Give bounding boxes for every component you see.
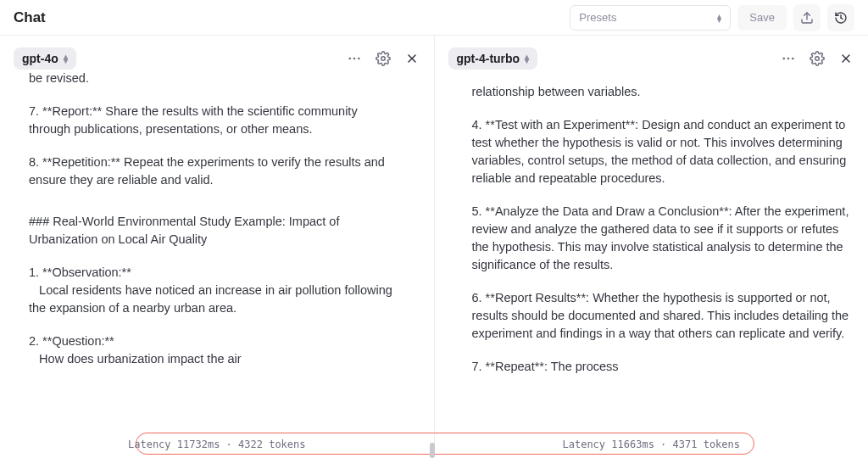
chevron-up-down-icon: ▴▾ xyxy=(64,54,68,63)
svg-point-9 xyxy=(782,58,785,60)
text-line: be revised. xyxy=(29,70,393,87)
text-line: How does urbanization impact the air xyxy=(29,350,393,368)
model-label: gpt-4-turbo xyxy=(457,52,520,65)
svg-line-2 xyxy=(841,18,843,19)
svg-point-4 xyxy=(353,58,355,60)
model-label: gpt-4o xyxy=(22,52,58,65)
right-pane-header: gpt-4-turbo ▴▾ xyxy=(448,47,855,70)
right-metrics: Latency 11663ms · 4371 tokens xyxy=(562,438,740,450)
chevron-up-down-icon: ▴▾ xyxy=(525,54,529,63)
svg-point-6 xyxy=(381,57,385,61)
history-button[interactable] xyxy=(827,4,854,31)
right-response-body: relationship between variables. 4. **Tes… xyxy=(435,36,869,422)
presets-placeholder: Presets xyxy=(579,11,616,24)
close-icon xyxy=(405,52,419,65)
svg-point-10 xyxy=(787,58,790,60)
history-icon xyxy=(834,11,848,25)
model-select-right[interactable]: gpt-4-turbo ▴▾ xyxy=(448,47,538,70)
close-pane-button[interactable] xyxy=(403,50,420,67)
compare-panes: gpt-4o ▴▾ be revised. 7. **Report:** Sha… xyxy=(0,36,868,431)
settings-button[interactable] xyxy=(809,50,826,67)
page-title: Chat xyxy=(14,9,46,26)
svg-point-11 xyxy=(792,58,794,60)
text-line: 4. **Test with an Experiment**: Design a… xyxy=(472,116,850,187)
close-pane-button[interactable] xyxy=(837,50,854,67)
ellipsis-icon xyxy=(781,51,796,66)
chevron-up-down-icon: ▴▾ xyxy=(717,14,721,22)
right-pane: gpt-4-turbo ▴▾ relationship between vari… xyxy=(434,36,869,431)
upload-icon xyxy=(800,11,814,25)
more-button[interactable] xyxy=(346,50,363,67)
more-button[interactable] xyxy=(780,50,797,67)
left-metrics: Latency 11732ms · 4322 tokens xyxy=(128,438,306,450)
presets-select[interactable]: Presets ▴▾ xyxy=(570,5,731,31)
svg-point-3 xyxy=(348,58,351,60)
app-header: Chat Presets ▴▾ Save xyxy=(0,0,868,36)
gear-icon xyxy=(810,51,825,66)
left-pane: gpt-4o ▴▾ be revised. 7. **Report:** Sha… xyxy=(0,36,434,431)
gear-icon xyxy=(376,51,391,66)
text-line: 8. **Repetition:** Repeat the experiment… xyxy=(29,154,393,189)
upload-button[interactable] xyxy=(793,4,821,31)
svg-point-5 xyxy=(357,58,359,60)
scrollbar-thumb[interactable] xyxy=(430,443,435,458)
svg-point-12 xyxy=(815,57,820,61)
text-line: 5. **Analyze the Data and Draw a Conclus… xyxy=(472,203,850,274)
text-line: 7. **Report:** Share the results with th… xyxy=(29,103,393,138)
header-actions: Presets ▴▾ Save xyxy=(570,4,854,31)
left-response-body: be revised. 7. **Report:** Share the res… xyxy=(0,36,434,422)
left-pane-header: gpt-4o ▴▾ xyxy=(14,47,420,70)
save-button[interactable]: Save xyxy=(737,5,787,31)
text-heading: ### Real-World Environmental Study Examp… xyxy=(29,213,393,249)
text-line: 6. **Report Results**: Whether the hypot… xyxy=(472,289,850,343)
model-select-left[interactable]: gpt-4o ▴▾ xyxy=(14,47,76,70)
text-line: relationship between variables. xyxy=(472,83,850,101)
text-line: Local residents have noticed an increase… xyxy=(29,282,393,317)
text-line: 7. **Repeat**: The process xyxy=(472,358,850,376)
text-line: 1. **Observation:** xyxy=(29,264,393,282)
text-line: 2. **Question:** xyxy=(29,332,393,350)
settings-button[interactable] xyxy=(375,50,392,67)
ellipsis-icon xyxy=(347,51,362,66)
close-icon xyxy=(839,52,853,65)
